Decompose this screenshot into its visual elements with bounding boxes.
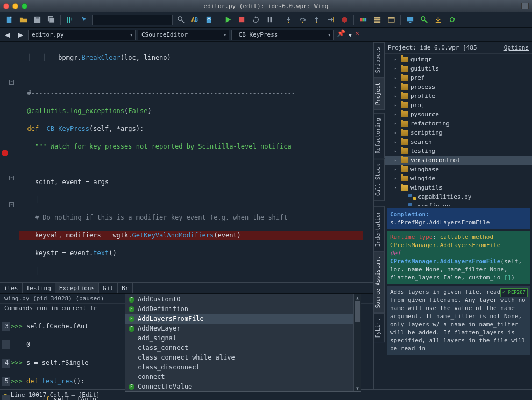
class-selector-dropdown[interactable]: CSourceEditor	[138, 30, 229, 40]
tree-expand-icon[interactable]: ▾	[394, 183, 399, 192]
tree-folder[interactable]: ▸profile	[385, 92, 532, 101]
autocomplete-item[interactable]: class_connect_while_alive	[125, 353, 361, 362]
step-out-icon[interactable]	[310, 14, 322, 26]
tree-folder[interactable]: ▸refactoring	[385, 119, 532, 128]
close-tab-icon[interactable]: ✕	[355, 29, 359, 41]
search-icon[interactable]	[175, 14, 187, 26]
tree-expand-icon[interactable]: ▸	[394, 165, 399, 174]
autocomplete-item[interactable]: class_disconnect	[125, 362, 361, 372]
tree-folder[interactable]: ▸wingbase	[385, 165, 532, 174]
new-file-icon[interactable]	[3, 14, 15, 26]
file-selector-dropdown[interactable]: editor.py	[28, 30, 136, 40]
symbol-selector-dropdown[interactable]: _CB_KeyPress	[231, 30, 334, 40]
step-into-icon[interactable]	[282, 14, 294, 26]
goto-definition-icon[interactable]	[203, 14, 215, 26]
autocomplete-item[interactable]: add_signal	[125, 333, 361, 343]
tab-menu-icon[interactable]: ▾	[346, 29, 354, 41]
close-window-button[interactable]	[3, 3, 9, 9]
nav-back-button[interactable]: ◀	[2, 30, 13, 40]
tree-folder[interactable]: ▸process	[385, 82, 532, 92]
tree-expand-icon[interactable]: ▸	[394, 110, 399, 119]
tree-folder[interactable]: ▸pref	[385, 73, 532, 82]
vtab-source-assistant[interactable]: Source Assistant	[374, 251, 385, 313]
run-to-cursor-icon[interactable]	[324, 14, 336, 26]
code-content[interactable]: │ │ bpmgr.BreakClear(loc, lineno) #-----…	[16, 42, 366, 282]
minimize-window-button[interactable]	[12, 3, 18, 9]
tree-expand-icon[interactable]: ▸	[394, 146, 399, 156]
autocomplete-item[interactable]: FAddDefinition	[125, 304, 361, 314]
tree-expand-icon[interactable]: ▸	[394, 174, 399, 183]
magnify-icon[interactable]	[418, 14, 430, 26]
tree-folder[interactable]: ▾wingutils	[385, 183, 532, 192]
fold-toggle[interactable]: −	[9, 80, 14, 85]
download-icon[interactable]	[432, 14, 444, 26]
tree-expand-icon[interactable]: ▸	[394, 128, 399, 137]
tree-expand-icon[interactable]: ▸	[394, 156, 399, 165]
tree-file[interactable]: config.py	[385, 201, 532, 206]
scroll-down-arrow[interactable]: ▼	[354, 385, 361, 391]
restart-icon[interactable]	[250, 14, 261, 26]
editor-scrollbar[interactable]	[366, 42, 373, 282]
pause-icon[interactable]	[264, 14, 275, 26]
scroll-up-arrow[interactable]: ▲	[354, 294, 361, 301]
tree-folder[interactable]: ▸proj	[385, 101, 532, 110]
theme-icon[interactable]	[357, 14, 369, 26]
tree-file[interactable]: capabilities.py	[385, 192, 532, 201]
tree-expand-icon[interactable]: ▸	[394, 64, 399, 73]
vtab-snippets[interactable]: Snippets	[374, 42, 385, 78]
project-tree[interactable]: ▸guimgr▸guiutils▸pref▸process▸profile▸pr…	[385, 54, 532, 206]
replace-icon[interactable]: AB	[189, 14, 201, 26]
autocomplete-item[interactable]: FConnectToValue	[125, 382, 361, 391]
toggle-button[interactable]	[521, 3, 529, 9]
indent-guide-icon[interactable]	[64, 14, 76, 26]
scroll-thumb[interactable]	[355, 301, 360, 322]
tree-folder[interactable]: ▸guimgr	[385, 55, 532, 64]
breakpoint-marker[interactable]	[2, 150, 8, 156]
editor-gutter[interactable]: − − −	[0, 42, 16, 282]
tree-folder[interactable]: ▸scripting	[385, 128, 532, 137]
open-folder-icon[interactable]	[17, 14, 29, 26]
autocomplete-scrollbar[interactable]: ▲ ▼	[353, 294, 361, 391]
vtab-project[interactable]: Project	[374, 78, 385, 110]
monitor-icon[interactable]	[404, 14, 416, 26]
cursor-icon[interactable]	[78, 14, 90, 26]
tab-files[interactable]: iles	[0, 282, 23, 294]
fold-toggle[interactable]: −	[9, 202, 14, 207]
bookmark-icon[interactable]	[371, 14, 383, 26]
save-all-icon[interactable]	[45, 14, 57, 26]
tree-expand-icon[interactable]: ▸	[394, 73, 399, 82]
tree-expand-icon[interactable]: ▸	[394, 92, 399, 101]
tree-expand-icon[interactable]: ▸	[394, 82, 399, 92]
nav-forward-button[interactable]: ▶	[15, 30, 26, 40]
autocomplete-item[interactable]: FAddLayersFromFile	[125, 314, 361, 324]
tree-expand-icon[interactable]: ▸	[394, 137, 399, 146]
stop-icon[interactable]	[236, 14, 247, 26]
tree-expand-icon[interactable]: ▸	[394, 101, 399, 110]
runtime-type-kind[interactable]: callable method	[440, 234, 493, 241]
vtab-indentation[interactable]: Indentation	[374, 206, 385, 251]
code-editor[interactable]: − − − │ │ bpmgr.BreakClear(loc, lineno) …	[0, 42, 373, 282]
autocomplete-item[interactable]: FAddCustomIO	[125, 294, 361, 304]
vtab-call-stack[interactable]: Call Stack	[374, 159, 385, 201]
tree-folder[interactable]: ▸guiutils	[385, 64, 532, 73]
breakpoint-icon[interactable]	[338, 14, 350, 26]
autocomplete-item[interactable]: connect	[125, 372, 361, 382]
tab-testing[interactable]: Testing	[23, 282, 55, 294]
tree-expand-icon[interactable]: ▸	[394, 119, 399, 128]
project-options-button[interactable]: Options	[504, 44, 529, 51]
tree-folder[interactable]: ▸wingide	[385, 174, 532, 183]
step-over-icon[interactable]	[296, 14, 308, 26]
tab-exceptions[interactable]: Exceptions	[55, 282, 99, 294]
zoom-window-button[interactable]	[22, 3, 27, 9]
run-icon[interactable]	[222, 14, 233, 26]
tree-folder[interactable]: ▸pysource	[385, 110, 532, 119]
toolbar-search-input[interactable]	[92, 15, 173, 25]
layout-icon[interactable]	[385, 14, 397, 26]
tree-expand-icon[interactable]: ▸	[394, 55, 399, 64]
runtime-type-name[interactable]: CPrefsManager.AddLayersFromFile	[390, 242, 500, 249]
autocomplete-item[interactable]: class_connect	[125, 343, 361, 353]
tree-folder[interactable]: ▸search	[385, 137, 532, 146]
sync-icon[interactable]	[446, 14, 458, 26]
tree-folder[interactable]: ▸versioncontrol	[385, 156, 532, 165]
autocomplete-item[interactable]: FAddNewLayer	[125, 324, 361, 333]
